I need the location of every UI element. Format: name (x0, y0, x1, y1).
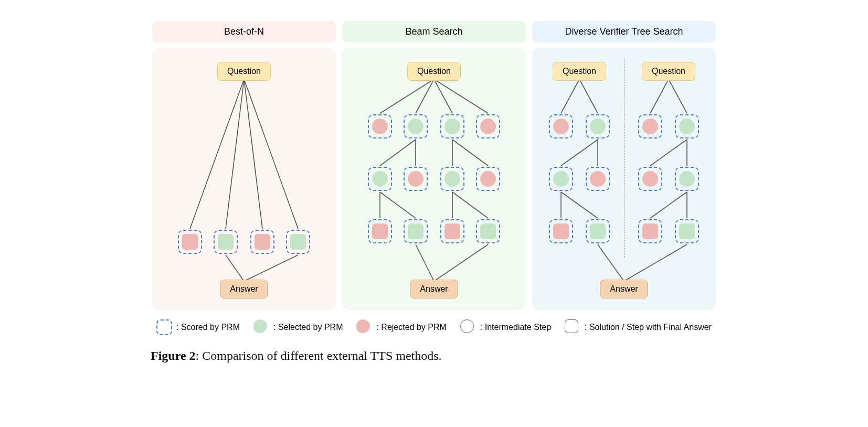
green-blob-icon (253, 319, 269, 335)
red-blob-icon (356, 319, 372, 335)
figure-caption: Figure 2: Comparison of different extern… (151, 349, 717, 363)
svg-line-18 (416, 244, 434, 281)
step-node (404, 114, 428, 138)
svg-line-8 (434, 79, 452, 113)
legend-label: : Selected by PRM (273, 323, 343, 332)
solution-node (549, 219, 573, 243)
solution-node (440, 219, 464, 243)
step-node (549, 167, 573, 191)
step-node (638, 167, 662, 191)
svg-line-30 (650, 192, 687, 218)
solution-node (476, 219, 500, 243)
svg-line-0 (190, 79, 244, 229)
step-node (368, 114, 392, 138)
legend-item-rejected: : Rejected by PRM (356, 319, 446, 335)
solution-node (368, 219, 392, 243)
svg-line-13 (452, 140, 488, 166)
panel-title: Beam Search (342, 21, 526, 42)
panel-dvts: Diverse Verifier Tree Search (532, 21, 716, 310)
answer-box: Answer (410, 280, 458, 298)
svg-line-19 (434, 244, 488, 281)
svg-line-21 (579, 79, 598, 113)
panel-best-of-n: Best-of-N Question Answer (152, 21, 336, 310)
solution-node (586, 219, 610, 243)
caption-body: : Comparison of different external TTS m… (196, 349, 442, 362)
square-outline-icon (565, 319, 580, 335)
step-node (404, 167, 428, 191)
question-box: Question (642, 62, 695, 81)
svg-line-4 (226, 255, 244, 281)
caption-prefix: Figure 2 (151, 349, 196, 362)
step-node (638, 114, 662, 138)
step-node (586, 114, 610, 138)
solution-node (214, 230, 238, 254)
svg-line-20 (561, 79, 579, 113)
question-box: Question (217, 62, 271, 81)
lines (152, 48, 336, 310)
panel-body: Question Answer (152, 48, 336, 310)
svg-line-7 (416, 79, 434, 113)
panel-body: Question Answer (342, 48, 526, 310)
step-node (675, 114, 699, 138)
legend-item-intermediate: : Intermediate Step (460, 319, 551, 335)
svg-line-10 (380, 140, 416, 166)
svg-line-17 (452, 192, 488, 218)
divider (624, 58, 624, 258)
figure: Best-of-N Question Answer (151, 21, 717, 363)
svg-line-15 (380, 192, 416, 218)
svg-line-6 (380, 79, 434, 113)
legend-item-selected: : Selected by PRM (253, 319, 343, 335)
question-box: Question (553, 62, 606, 81)
step-node (476, 167, 500, 191)
answer-box: Answer (220, 280, 268, 298)
panel-body: Question Question Answer (532, 48, 716, 310)
step-node (440, 114, 464, 138)
step-node (549, 114, 573, 138)
solution-node (250, 230, 274, 254)
step-node (440, 167, 464, 191)
svg-line-27 (669, 79, 687, 113)
solution-node (404, 219, 428, 243)
solution-node (286, 230, 310, 254)
panels-row: Best-of-N Question Answer (151, 21, 717, 310)
svg-line-33 (624, 244, 687, 281)
legend-label: : Scored by PRM (176, 323, 240, 332)
svg-line-32 (598, 244, 624, 281)
svg-line-5 (244, 255, 298, 281)
legend-label: : Rejected by PRM (376, 323, 446, 332)
svg-line-1 (226, 79, 244, 229)
svg-line-3 (244, 79, 298, 229)
solution-node (675, 219, 699, 243)
svg-line-22 (561, 140, 598, 166)
legend-item-solution: : Solution / Step with Final Answer (565, 319, 712, 335)
step-node (675, 167, 699, 191)
step-node (586, 167, 610, 191)
solution-node (178, 230, 202, 254)
legend: : Scored by PRM : Selected by PRM : Reje… (151, 319, 717, 335)
svg-line-26 (650, 79, 669, 113)
svg-line-25 (561, 192, 598, 218)
svg-line-9 (434, 79, 488, 113)
question-box: Question (407, 62, 461, 81)
panel-beam-search: Beam Search (342, 21, 526, 310)
step-node (476, 114, 500, 138)
panel-title: Best-of-N (152, 21, 336, 42)
circle-outline-icon (460, 319, 476, 335)
panel-title: Diverse Verifier Tree Search (532, 21, 716, 42)
svg-line-28 (650, 140, 687, 166)
dashed-square-icon (156, 319, 172, 335)
legend-label: : Solution / Step with Final Answer (585, 323, 712, 332)
legend-label: : Intermediate Step (480, 323, 551, 332)
solution-node (638, 219, 662, 243)
answer-box: Answer (600, 280, 648, 298)
step-node (368, 167, 392, 191)
legend-item-scored: : Scored by PRM (156, 319, 240, 335)
svg-line-2 (244, 79, 262, 229)
